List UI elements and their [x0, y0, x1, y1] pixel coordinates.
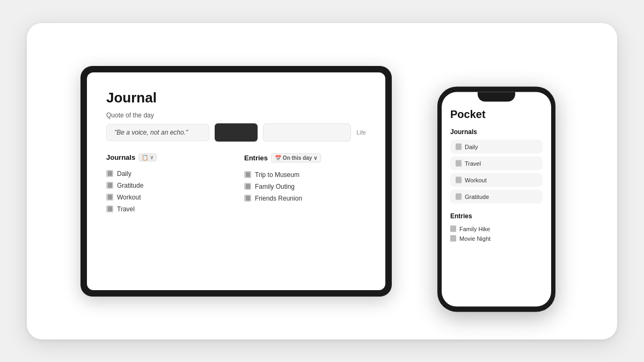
entry-label-friends: Friends Reunion	[255, 195, 302, 202]
entry-label-family: Family Outing	[255, 183, 295, 190]
journals-col-header: Journals 📋 ∨	[106, 153, 228, 161]
phone-journal-workout[interactable]: Workout	[450, 173, 543, 187]
phone-journal-name-workout: Workout	[465, 176, 487, 183]
journal-icon-travel	[106, 205, 113, 212]
phone-journal-icon-workout	[456, 176, 462, 183]
phone-entry-icon-family-hike	[450, 225, 456, 232]
journals-badge: 📋 ∨	[138, 153, 157, 161]
phone-journal-icon-gratitude	[456, 193, 462, 200]
phone-entry-name-movie-night: Movie Night	[459, 235, 491, 241]
tablet-quote-label: Quote of the day	[106, 112, 366, 119]
journal-icon-gratitude	[106, 182, 113, 189]
journal-icon-daily	[106, 170, 113, 177]
tablet-life-label: Life	[356, 129, 366, 136]
phone-device: Pocket Journals Daily Travel Workout Gra…	[437, 86, 555, 312]
phone-entry-movie-night[interactable]: Movie Night	[450, 233, 543, 243]
journal-item-gratitude[interactable]: Gratitude	[106, 180, 228, 191]
entries-col-title: Entries	[244, 154, 268, 162]
journal-icon-workout	[106, 194, 113, 201]
phone-entry-name-family-hike: Family Hike	[459, 225, 490, 232]
phone-entries-label: Entries	[450, 212, 543, 219]
tablet-entries-col: Entries 📅 On this day ∨ Trip to Museum F…	[244, 153, 366, 215]
entry-item-friends[interactable]: Friends Reunion	[244, 193, 366, 204]
journal-label-travel: Travel	[117, 205, 135, 213]
journal-item-travel[interactable]: Travel	[106, 203, 228, 215]
phone-app-title: Pocket	[450, 108, 543, 120]
phone-journal-travel[interactable]: Travel	[450, 156, 543, 170]
journals-col-title: Journals	[106, 153, 135, 161]
phone-entry-family-hike[interactable]: Family Hike	[450, 224, 543, 233]
journal-item-workout[interactable]: Workout	[106, 191, 228, 203]
phone-journal-daily[interactable]: Daily	[450, 139, 543, 153]
phone-entries-section: Entries Family Hike Movie Night	[450, 212, 543, 243]
tablet-app-title: Journal	[106, 90, 366, 106]
entries-col-header: Entries 📅 On this day ∨	[244, 153, 366, 162]
entry-icon-friends	[244, 195, 251, 202]
phone-journal-icon-daily	[456, 143, 462, 150]
entry-icon-museum	[244, 171, 251, 178]
outer-frame: Journal Quote of the day "Be a voice, no…	[27, 23, 617, 339]
tablet-columns: Journals 📋 ∨ Daily Gratitude Workout	[106, 153, 366, 215]
journal-label-daily: Daily	[117, 170, 131, 178]
phone-journal-name-gratitude: Gratitude	[465, 193, 489, 200]
journal-label-gratitude: Gratitude	[117, 182, 143, 189]
phone-journal-icon-travel	[456, 160, 462, 166]
tablet-device: Journal Quote of the day "Be a voice, no…	[80, 66, 392, 297]
tablet-light-box	[263, 123, 351, 142]
tablet-dark-box	[215, 123, 258, 142]
phone-journal-name-travel: Travel	[465, 160, 481, 166]
entry-label-museum: Trip to Museum	[255, 171, 299, 179]
phone-notch	[478, 92, 515, 101]
tablet-journals-col: Journals 📋 ∨ Daily Gratitude Workout	[106, 153, 228, 215]
tablet-quote-box: "Be a voice, not an echo."	[106, 124, 209, 141]
journal-item-daily[interactable]: Daily	[106, 168, 228, 180]
journal-label-workout: Workout	[117, 194, 141, 201]
phone-screen: Pocket Journals Daily Travel Workout Gra…	[442, 92, 551, 306]
entry-item-family[interactable]: Family Outing	[244, 181, 366, 193]
phone-entry-icon-movie-night	[450, 235, 456, 241]
tablet-quote-row: "Be a voice, not an echo." Life	[106, 123, 366, 142]
phone-journal-gratitude[interactable]: Gratitude	[450, 189, 543, 203]
entries-filter[interactable]: 📅 On this day ∨	[271, 153, 321, 162]
tablet-screen: Journal Quote of the day "Be a voice, no…	[87, 72, 385, 290]
entry-icon-family	[244, 183, 251, 190]
phone-journals-label: Journals	[450, 128, 543, 135]
entry-item-museum[interactable]: Trip to Museum	[244, 169, 366, 181]
phone-journal-name-daily: Daily	[465, 143, 478, 150]
